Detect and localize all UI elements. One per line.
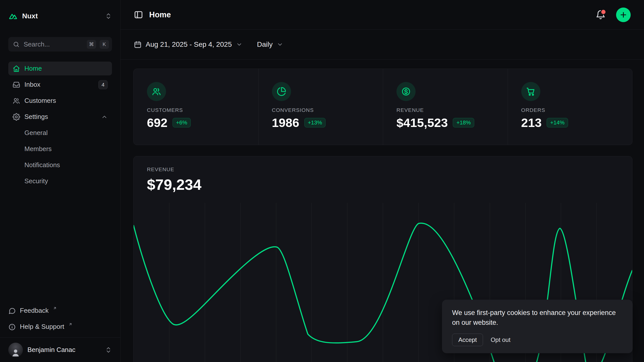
workspace-name: Nuxt <box>22 12 38 20</box>
accept-button[interactable]: Accept <box>452 334 483 346</box>
sidebar-item-label: Settings <box>24 113 48 121</box>
sidebar-item-members[interactable]: Members <box>8 142 112 156</box>
stat-label: ORDERS <box>521 107 619 113</box>
feedback-label: Feedback <box>20 307 49 314</box>
sidebar-item-customers[interactable]: Customers <box>8 94 112 108</box>
nuxt-logo-icon <box>8 11 18 21</box>
notification-dot <box>600 9 606 15</box>
search-input[interactable] <box>23 40 83 49</box>
help-support-label: Help & Support <box>20 323 64 331</box>
chart-pie-icon <box>272 82 291 101</box>
sidebar: Nuxt ⌘ K Home Inb <box>0 0 120 362</box>
feedback-link[interactable]: Feedback <box>8 304 112 318</box>
page-title: Home <box>149 10 171 19</box>
cookie-message: We use first-party cookies to enhance yo… <box>452 308 623 328</box>
stat-label: REVENUE <box>396 107 494 113</box>
sidebar-item-security[interactable]: Security <box>8 174 112 188</box>
circle-dollar-icon <box>396 82 416 101</box>
chevron-up-down-icon <box>105 346 112 353</box>
user-name: Benjamin Canac <box>27 346 75 354</box>
stat-label: CONVERSIONS <box>272 107 370 113</box>
sidebar-spacer <box>0 188 120 304</box>
sidebar-toggle-icon[interactable] <box>134 10 143 19</box>
home-icon <box>13 65 20 72</box>
avatar <box>8 343 23 357</box>
workspace-switcher[interactable]: Nuxt <box>8 8 112 24</box>
sidebar-footer: Feedback Help & Support <box>8 304 112 334</box>
external-link-icon <box>68 322 72 326</box>
chevron-up-icon <box>101 114 108 120</box>
calendar-icon <box>134 41 142 49</box>
sidebar-subitem-label: Notifications <box>24 161 60 169</box>
sidebar-item-notifications[interactable]: Notifications <box>8 158 112 172</box>
sidebar-item-label: Customers <box>24 97 56 105</box>
revenue-chart-label: REVENUE <box>147 166 619 172</box>
stat-delta-badge: +6% <box>173 118 191 127</box>
stat-delta-badge: +14% <box>547 118 568 127</box>
inbox-icon <box>13 81 20 88</box>
notifications-bell-button[interactable] <box>596 10 606 20</box>
opt-out-button[interactable]: Opt out <box>487 334 514 346</box>
sidebar-subitem-label: Members <box>24 145 52 153</box>
add-new-button[interactable] <box>616 8 631 22</box>
sidebar-item-settings[interactable]: Settings <box>8 110 112 124</box>
cookie-actions: Accept Opt out <box>452 334 623 346</box>
date-range-value: Aug 21, 2025 - Sep 4, 2025 <box>146 40 232 49</box>
chevron-up-down-icon <box>105 13 112 20</box>
users-icon <box>13 97 20 105</box>
stat-value: 213 <box>521 116 542 130</box>
info-circle-icon <box>8 323 16 331</box>
sidebar-subitem-label: Security <box>24 177 48 185</box>
help-support-link[interactable]: Help & Support <box>8 320 112 334</box>
period-select[interactable]: Daily <box>257 40 283 49</box>
stat-value: $415,523 <box>396 116 448 130</box>
chevron-down-icon <box>277 41 283 48</box>
kbd-meta: ⌘ <box>87 40 96 49</box>
sidebar-nav: Home Inbox 4 Customers Settings <box>8 62 112 188</box>
stat-delta-badge: +13% <box>304 118 326 127</box>
sidebar-item-home[interactable]: Home <box>8 62 112 75</box>
search-icon <box>13 41 20 48</box>
stat-conversions: CONVERSIONS 1986 +13% <box>258 69 383 145</box>
stat-delta-badge: +18% <box>453 118 474 127</box>
header-actions <box>596 8 631 22</box>
sidebar-subitem-label: General <box>24 129 48 137</box>
stat-value: 692 <box>147 116 168 130</box>
cookie-banner: We use first-party cookies to enhance yo… <box>442 300 633 353</box>
gear-icon <box>13 113 20 121</box>
chevron-down-icon <box>236 41 243 48</box>
page-header: Home <box>120 0 644 30</box>
filters-toolbar: Aug 21, 2025 - Sep 4, 2025 Daily <box>120 30 644 60</box>
stat-label: CUSTOMERS <box>147 107 245 113</box>
search-box[interactable]: ⌘ K <box>8 37 112 52</box>
stat-revenue: REVENUE $415,523 +18% <box>383 69 508 145</box>
inbox-count-badge: 4 <box>98 80 108 89</box>
stat-customers: CUSTOMERS 692 +6% <box>134 69 258 145</box>
stat-orders: ORDERS 213 +14% <box>508 69 632 145</box>
message-bubble-icon <box>8 307 16 315</box>
user-menu[interactable]: Benjamin Canac <box>0 337 120 362</box>
shopping-cart-icon <box>521 82 540 101</box>
sidebar-item-label: Home <box>24 65 42 72</box>
period-value: Daily <box>257 40 273 49</box>
revenue-chart-header: REVENUE $79,234 <box>134 156 632 193</box>
date-range-picker[interactable]: Aug 21, 2025 - Sep 4, 2025 <box>134 40 243 49</box>
stats-card: CUSTOMERS 692 +6% CONVERSIONS 1986 +13% <box>133 69 632 145</box>
external-link-icon <box>53 306 57 310</box>
stat-value: 1986 <box>272 116 299 130</box>
sidebar-item-general[interactable]: General <box>8 126 112 140</box>
kbd-k: K <box>100 40 109 49</box>
sidebar-item-inbox[interactable]: Inbox 4 <box>8 78 112 92</box>
revenue-chart-value: $79,234 <box>147 176 619 193</box>
sidebar-item-label: Inbox <box>24 81 41 88</box>
users-stat-icon <box>147 82 166 101</box>
